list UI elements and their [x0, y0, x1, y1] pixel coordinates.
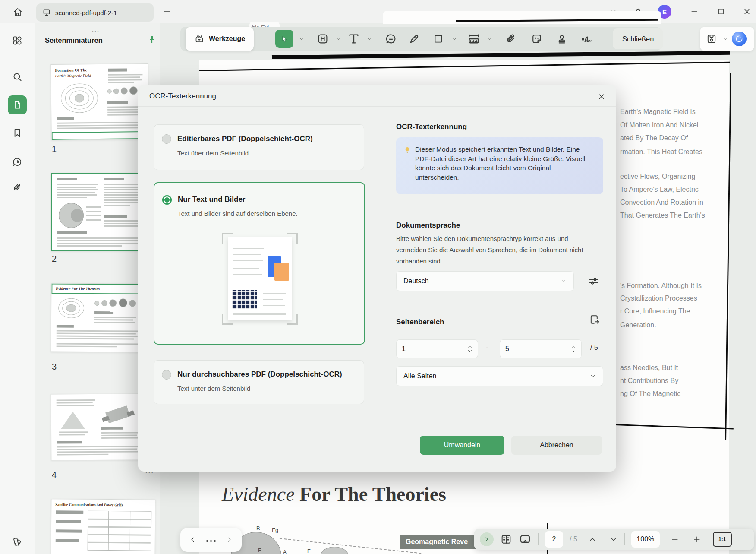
stamp-tool-button[interactable] — [554, 32, 569, 46]
save-button[interactable] — [704, 32, 719, 46]
tools-menu-button[interactable]: Werkzeuge — [186, 27, 254, 51]
language-settings-icon[interactable] — [588, 275, 600, 287]
home-icon[interactable] — [12, 6, 23, 18]
close-window-button[interactable] — [740, 4, 754, 19]
panel-drag-handle[interactable]: ⋯ — [91, 27, 101, 36]
sidebar-item-thumbnails[interactable] — [8, 95, 27, 114]
radio-text-and-images[interactable] — [162, 195, 172, 205]
select-tool-button[interactable] — [275, 30, 293, 48]
toolbar-tools: Schließen — [275, 27, 664, 51]
cancel-label: Abbrechen — [540, 441, 573, 449]
zoom-out-button[interactable] — [671, 535, 679, 544]
next-page-icon[interactable] — [225, 536, 233, 544]
panel-title: Seitenminiaturen — [45, 36, 103, 44]
text-tool-button[interactable] — [346, 32, 361, 46]
sidebar-item-search[interactable] — [8, 67, 27, 86]
scan-edge-line — [272, 51, 730, 59]
page-heading: Evidence For The Theories — [222, 483, 550, 506]
range-to-input[interactable]: 5 — [500, 339, 582, 358]
ai-assistant-button[interactable] — [732, 32, 747, 46]
option-illustration — [222, 233, 298, 325]
app-window: scanned-pdf-updf-2-1 E Earth's Magnetic … — [0, 0, 756, 554]
sidebar-item-themes[interactable] — [8, 532, 27, 551]
sidebar-item-attachments[interactable] — [8, 178, 27, 197]
sidebar-item-bookmarks[interactable] — [8, 123, 27, 142]
chevron-right-icon — [484, 536, 490, 542]
dialog-title: OCR-Texterkennung — [149, 92, 216, 101]
option-subtitle: Text unter dem Seitenbild — [177, 385, 250, 392]
heading-tool-button[interactable] — [315, 32, 330, 46]
diagram-label: Fg — [272, 527, 278, 533]
convert-label: Umwandeln — [444, 441, 480, 449]
new-tab-button[interactable] — [162, 7, 172, 16]
actual-size-button[interactable]: 1:1 — [713, 532, 732, 547]
sidebar-item-grid[interactable] — [8, 31, 27, 50]
measure-tool-button[interactable] — [466, 32, 481, 46]
page-text-line: Crystallization Processes — [620, 294, 697, 302]
pin-panel-icon[interactable] — [147, 35, 157, 45]
select-tool-dropdown-icon[interactable] — [299, 36, 305, 42]
page-up-button[interactable] — [588, 535, 597, 544]
nav-more-icon[interactable] — [205, 536, 217, 544]
range-from-value: 1 — [402, 345, 406, 353]
close-tools-label: Schließen — [622, 35, 654, 43]
measure-tool-dropdown-icon[interactable] — [486, 36, 492, 42]
option-text-and-images[interactable]: Nur Text und Bilder Text und Bilder sind… — [154, 182, 365, 345]
cancel-button[interactable]: Abbrechen — [511, 436, 602, 455]
signature-tool-button[interactable] — [580, 32, 594, 46]
text-tool-dropdown-icon[interactable] — [366, 36, 372, 42]
range-total: / 5 — [590, 344, 598, 351]
radio-searchable-pdf[interactable] — [162, 370, 171, 380]
pill-divider — [538, 533, 539, 545]
minimize-button[interactable] — [687, 4, 702, 19]
shape-tool-dropdown-icon[interactable] — [451, 36, 457, 42]
page-range-heading: Seitenbereich — [396, 318, 444, 326]
save-dropdown-icon[interactable] — [722, 36, 728, 42]
dialog-close-icon[interactable] — [595, 90, 608, 104]
thumbnail-page-3[interactable]: Evidence For The Theories — [51, 283, 145, 352]
page-scope-value: Alle Seiten — [403, 372, 437, 380]
heading-tool-dropdown-icon[interactable] — [335, 36, 341, 42]
thumbnail-page-number: 3 — [52, 362, 57, 372]
option-searchable-pdf[interactable]: Nur durchsuchbares PDF (Doppelschicht-OC… — [154, 360, 364, 404]
ocr-dialog: OCR-Texterkennung Editierbares PDF (Dopp… — [138, 85, 616, 472]
tab-title: scanned-pdf-updf-2-1 — [55, 9, 117, 16]
cursor-icon — [280, 34, 289, 44]
zoom-in-button[interactable] — [693, 535, 701, 544]
radio-editable-pdf[interactable] — [162, 134, 171, 144]
attachment-tool-button[interactable] — [504, 32, 518, 46]
export-range-icon[interactable] — [589, 313, 601, 326]
convert-button[interactable]: Umwandeln — [420, 436, 504, 455]
range-from-stepper[interactable] — [467, 345, 472, 353]
page-scope-select[interactable]: Alle Seiten — [396, 366, 603, 386]
range-from-input[interactable]: 1 — [396, 339, 478, 358]
sidebar-item-comments[interactable] — [8, 152, 27, 171]
document-tab[interactable]: scanned-pdf-updf-2-1 — [36, 3, 154, 22]
thumbnail-page-1[interactable]: Formation Of The Earth's Magnetic Field — [50, 63, 149, 140]
thumbnail-page-2[interactable] — [51, 173, 151, 251]
shape-tool-button[interactable] — [431, 32, 446, 46]
pill-divider — [624, 533, 625, 545]
sticker-tool-button[interactable] — [529, 32, 544, 46]
expand-panel-button[interactable] — [480, 532, 494, 546]
zoom-level-input[interactable]: 100% — [631, 531, 660, 548]
page-down-button[interactable] — [609, 535, 618, 544]
page-number-input[interactable]: 2 — [545, 531, 563, 548]
close-tools-button[interactable]: Schließen — [613, 28, 663, 49]
chevron-down-icon — [561, 278, 567, 284]
range-to-stepper[interactable] — [571, 345, 576, 353]
language-select[interactable]: Deutsch — [396, 271, 574, 291]
thumb5-title: Satellite Communications And Power Grids — [55, 502, 123, 507]
presentation-mode-button[interactable] — [519, 533, 532, 546]
diagram-label: B — [256, 525, 260, 532]
ocr-section-heading: OCR-Texterkennung — [396, 123, 467, 131]
highlighter-tool-button[interactable] — [407, 32, 422, 46]
option-editable-pdf[interactable]: Editierbares PDF (Doppelschicht-OCR) Tex… — [154, 124, 364, 170]
document-tab-icon — [42, 8, 51, 17]
two-page-view-button[interactable] — [500, 533, 512, 545]
thumbnail-page-5[interactable]: Satellite Communications And Power Grids — [51, 499, 156, 554]
prev-page-icon[interactable] — [189, 536, 197, 544]
thumbnail-page-4[interactable] — [51, 393, 145, 460]
maximize-button[interactable] — [714, 4, 728, 19]
comment-tool-button[interactable] — [384, 32, 398, 46]
